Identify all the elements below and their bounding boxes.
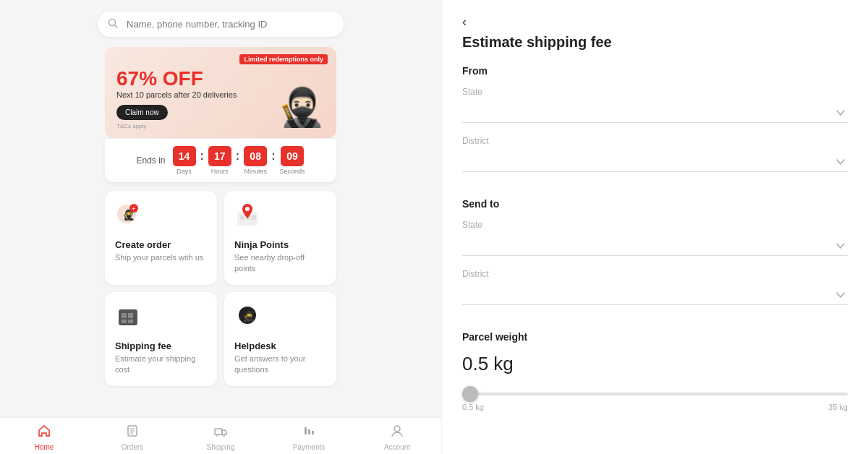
sep-2: : (236, 150, 239, 163)
payments-icon (302, 424, 316, 442)
ninja-points-card[interactable]: Ninja Points See nearby drop-off points (224, 191, 336, 285)
send-to-district-label: District (462, 269, 848, 279)
sep-3: : (271, 150, 275, 163)
ends-in-label: Ends in (136, 155, 165, 166)
from-district-label: District (462, 136, 848, 146)
helpdesk-icon: 🥷 (234, 304, 326, 335)
tc-text: T&Cs apply (116, 123, 278, 129)
hours-unit: Hours (211, 168, 229, 175)
days-block: 14 Days (173, 146, 196, 175)
svg-point-10 (245, 207, 250, 211)
svg-rect-14 (122, 320, 127, 323)
nav-payments[interactable]: Payments (287, 424, 331, 451)
send-to-state-label: State (462, 220, 848, 230)
create-order-desc: Ship your parcels with us (115, 252, 207, 263)
days-unit: Days (176, 168, 192, 175)
from-district-select[interactable] (462, 150, 848, 172)
sep-1: : (200, 150, 204, 163)
days-number: 14 (173, 146, 196, 166)
search-wrapper (98, 12, 344, 37)
feature-cards-grid: 🥷 + Create order Ship your parcels with … (105, 191, 336, 386)
svg-point-23 (216, 434, 218, 437)
nav-shipping[interactable]: Shipping (199, 424, 242, 451)
from-state-label: State (462, 87, 848, 97)
estimate-shipping-panel: ‹ Estimate shipping fee From State Distr… (441, 0, 868, 454)
search-input[interactable] (98, 12, 344, 37)
ninja-points-icon (234, 202, 326, 234)
svg-rect-26 (308, 429, 310, 434)
minutes-block: 08 Minutes (244, 146, 267, 175)
svg-line-1 (115, 25, 118, 27)
banner-subtitle: Next 10 parcels after 20 deliveries (116, 90, 278, 99)
svg-rect-13 (128, 313, 133, 318)
seconds-number: 09 (281, 146, 304, 166)
slider-min-label: 0.5 kg (462, 403, 484, 411)
ninja-mascot: 🥷🏻 (278, 85, 325, 129)
slider-max-label: 35 kg (828, 403, 848, 411)
helpdesk-desc: Get answers to your questions (234, 354, 326, 376)
svg-text:🥷: 🥷 (243, 310, 255, 322)
seconds-block: 09 Seconds (279, 146, 305, 175)
shipping-icon (213, 424, 228, 442)
svg-rect-27 (312, 431, 314, 434)
create-order-icon: 🥷 + (115, 202, 207, 234)
bottom-navigation: Home Orders Ship (0, 417, 441, 454)
from-state-select[interactable] (462, 101, 848, 123)
discount-text: 67% OFF (116, 69, 278, 89)
svg-text:+: + (132, 205, 135, 213)
promo-banner: Limited redemptions only 67% OFF Next 10… (105, 47, 336, 138)
account-icon (390, 424, 404, 442)
send-to-state-select[interactable] (462, 234, 848, 256)
nav-orders-label: Orders (122, 443, 144, 451)
ninja-points-title: Ninja Points (234, 239, 326, 250)
svg-point-28 (394, 426, 400, 432)
shipping-fee-desc: Estimate your shipping cost (115, 354, 207, 376)
weight-value-display: 0.5 kg (462, 353, 848, 375)
from-state-dropdown-wrapper (462, 101, 848, 123)
helpdesk-card[interactable]: 🥷 Helpdesk Get answers to your questions (224, 292, 336, 386)
countdown-timer: Ends in 14 Days : 17 Hours : 08 Minutes … (105, 138, 336, 182)
create-order-title: Create order (115, 239, 207, 250)
back-button[interactable]: ‹ (462, 14, 467, 30)
nav-home-label: Home (35, 443, 54, 451)
nav-shipping-label: Shipping (207, 443, 235, 451)
from-district-dropdown-wrapper (462, 150, 848, 172)
orders-icon (125, 424, 140, 442)
send-to-district-select[interactable] (462, 283, 848, 305)
minutes-number: 08 (244, 146, 267, 166)
weight-slider-container: 0.5 kg 35 kg (462, 385, 848, 411)
nav-account-label: Account (384, 443, 410, 451)
hours-block: 17 Hours (208, 146, 231, 175)
minutes-unit: Minutes (244, 168, 267, 175)
weight-slider[interactable] (462, 393, 848, 395)
panel-title: Estimate shipping fee (462, 34, 848, 51)
seconds-unit: Seconds (279, 168, 305, 175)
nav-home[interactable]: Home (22, 424, 66, 451)
search-icon (108, 18, 118, 31)
from-section-title: From (462, 65, 848, 77)
send-to-state-dropdown-wrapper (462, 234, 848, 256)
nav-account[interactable]: Account (375, 424, 419, 451)
helpdesk-title: Helpdesk (234, 340, 326, 351)
create-order-card[interactable]: 🥷 + Create order Ship your parcels with … (105, 191, 217, 285)
home-icon (37, 424, 51, 442)
svg-rect-15 (128, 320, 133, 323)
claim-now-button[interactable]: Claim now (116, 105, 168, 120)
svg-rect-25 (305, 427, 307, 434)
svg-rect-9 (252, 215, 256, 220)
shipping-fee-title: Shipping fee (115, 340, 207, 351)
nav-orders[interactable]: Orders (111, 424, 154, 451)
svg-rect-22 (215, 429, 222, 434)
hours-number: 17 (208, 146, 231, 166)
shipping-fee-icon (115, 304, 207, 335)
svg-rect-12 (122, 313, 127, 318)
ninja-points-desc: See nearby drop-off points (234, 252, 326, 275)
nav-payments-label: Payments (293, 443, 325, 451)
limited-badge: Limited redemptions only (239, 54, 328, 64)
send-to-section-title: Send to (462, 198, 848, 210)
parcel-weight-section-title: Parcel weight (462, 331, 848, 343)
send-to-district-dropdown-wrapper (462, 283, 848, 305)
svg-point-24 (223, 434, 225, 437)
shipping-fee-card[interactable]: Shipping fee Estimate your shipping cost (105, 292, 217, 386)
svg-rect-7 (240, 215, 244, 220)
